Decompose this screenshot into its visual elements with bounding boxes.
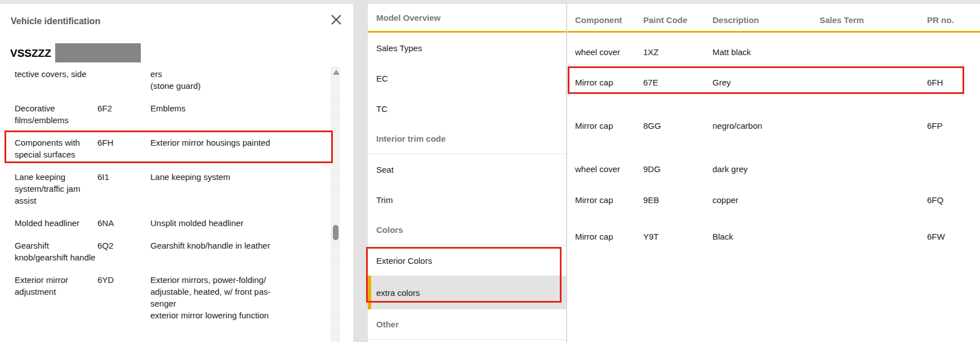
- cell-paint-code: 8GG: [643, 120, 708, 132]
- equipment-row: Lane keeping system/traffic jam assist 6…: [0, 171, 329, 206]
- table-header-underline: [567, 31, 980, 33]
- equipment-description: Gearshift knob/handle in leather: [150, 240, 326, 251]
- equipment-row: tective covers, side ers (stone guard): [0, 68, 329, 92]
- table-row[interactable]: Mirror cap Y9T Black 6FW: [567, 231, 980, 243]
- cell-component: Mirror cap: [575, 76, 637, 88]
- nav-item-exterior-colors[interactable]: Exterior Colors: [368, 245, 566, 276]
- equipment-code: 6YD: [97, 274, 150, 286]
- equipment-description: Unsplit molded headliner: [150, 217, 326, 229]
- equipment-list: tective covers, side ers (stone guard) D…: [0, 68, 329, 332]
- cell-description: dark grey: [712, 163, 817, 175]
- nav-item-label: Seat: [376, 164, 394, 176]
- scrollbar-track[interactable]: [331, 66, 340, 342]
- cell-description: copper: [712, 194, 817, 206]
- equipment-code: 6FH: [97, 137, 150, 148]
- nav-item-tc[interactable]: TC: [368, 93, 566, 124]
- cell-component: Mirror cap: [575, 231, 637, 242]
- cell-component: wheel cover: [575, 46, 637, 58]
- cell-description: Matt black: [712, 46, 817, 58]
- equipment-row: Molded headliner 6NA Unsplit molded head…: [0, 217, 329, 229]
- nav-item-other: Other: [368, 309, 566, 340]
- panel-gap-band: [353, 4, 368, 342]
- vin-redaction-box: [55, 43, 141, 62]
- cell-pr-no: 6FW: [927, 231, 978, 242]
- equipment-description: Exterior mirrors, power-folding/ adjusta…: [150, 274, 326, 321]
- equipment-name: Exterior mirror adjustment: [15, 274, 97, 298]
- equipment-row: Exterior mirror adjustment 6YD Exterior …: [0, 274, 329, 321]
- equipment-description: Lane keeping system: [150, 171, 326, 183]
- equipment-name: Components with special surfaces: [15, 137, 97, 160]
- equipment-code: 6I1: [97, 171, 150, 183]
- cell-pr-no: 6FP: [927, 120, 978, 132]
- column-header-sales-term: Sales Term: [819, 14, 924, 26]
- page-top-strip: [0, 0, 980, 4]
- equipment-row: Components with special surfaces 6FH Ext…: [0, 137, 329, 160]
- equipment-name: Gearshift knob/gearshift handle: [15, 240, 97, 263]
- equipment-name: tective covers, side: [15, 68, 97, 80]
- paint-code-table: Component Paint Code Description Sales T…: [567, 4, 980, 342]
- nav-item-label: extra colors: [376, 287, 420, 299]
- table-row[interactable]: Mirror cap 67E Grey 6FH: [567, 76, 980, 89]
- equipment-description: Exterior mirror housings painted: [150, 137, 326, 148]
- nav-item-interior-trim-code: Interior trim code: [368, 124, 566, 154]
- equipment-name: Lane keeping system/traffic jam assist: [15, 171, 97, 206]
- nav-item-label: TC: [376, 103, 387, 115]
- vehicle-identification-screen: Vehicle identification VSSZZZ tective co…: [0, 0, 980, 342]
- cell-component: Mirror cap: [575, 194, 637, 206]
- cell-description: Grey: [712, 76, 817, 88]
- nav-item-label: Other: [376, 318, 399, 330]
- cell-description: Black: [712, 231, 817, 242]
- nav-item-sales-types[interactable]: Sales Types: [368, 33, 566, 63]
- column-header-description: Description: [712, 14, 817, 26]
- nav-item-extra-colors[interactable]: extra colors: [368, 276, 566, 309]
- nav-item-label: Colors: [376, 224, 403, 236]
- cell-component: Mirror cap: [575, 120, 637, 132]
- nav-item-label: Model Overview: [376, 12, 440, 24]
- nav-item-label: EC: [376, 73, 388, 84]
- cell-paint-code: 9EB: [643, 194, 708, 206]
- scrollbar-thumb[interactable]: [333, 225, 338, 240]
- close-icon: [331, 14, 342, 25]
- equipment-row: Gearshift knob/gearshift handle 6Q2 Gear…: [0, 240, 329, 263]
- equipment-code: 6F2: [97, 102, 150, 114]
- nav-item-label: Trim: [376, 194, 393, 206]
- equipment-code: 6NA: [97, 217, 150, 229]
- table-row[interactable]: Mirror cap 9EB copper 6FQ: [567, 194, 980, 206]
- cell-paint-code: 1XZ: [643, 46, 708, 58]
- nav-item-label: Sales Types: [376, 42, 422, 54]
- panel-title: Vehicle identification: [11, 15, 100, 27]
- equipment-code: 6Q2: [97, 240, 150, 251]
- equipment-name: Decorative films/emblems: [15, 102, 97, 126]
- vin-number: VSSZZZ: [10, 46, 51, 61]
- nav-item-colors: Colors: [368, 215, 566, 245]
- cell-description: negro/carbon: [712, 120, 817, 132]
- equipment-description: ers (stone guard): [150, 68, 326, 92]
- cell-pr-no: 6FQ: [927, 194, 978, 206]
- column-header-component: Component: [575, 14, 637, 26]
- nav-item-ec[interactable]: EC: [368, 63, 566, 93]
- cell-component: wheel cover: [575, 163, 637, 175]
- cell-paint-code: Y9T: [643, 231, 708, 242]
- cell-paint-code: 67E: [643, 76, 708, 88]
- equipment-name: Molded headliner: [15, 217, 97, 229]
- equipment-description: Emblems: [150, 102, 326, 114]
- cell-paint-code: 9DG: [643, 163, 708, 175]
- nav-item-seat[interactable]: Seat: [368, 154, 566, 184]
- scrollbar-up-arrow-icon[interactable]: [333, 70, 340, 75]
- nav-item-trim[interactable]: Trim: [368, 184, 566, 215]
- column-header-pr-no: PR no.: [927, 14, 978, 26]
- table-row[interactable]: wheel cover 1XZ Matt black: [567, 46, 980, 58]
- close-button[interactable]: [329, 12, 344, 27]
- equipment-row: Decorative films/emblems 6F2 Emblems: [0, 102, 329, 126]
- nav-item-model-overview: Model Overview: [368, 4, 566, 33]
- cell-pr-no: 6FH: [927, 76, 978, 88]
- category-nav: Model Overview Sales Types EC TC Interio…: [368, 4, 566, 340]
- nav-item-label: Exterior Colors: [376, 255, 432, 267]
- table-row[interactable]: Mirror cap 8GG negro/carbon 6FP: [567, 120, 980, 132]
- column-header-paint-code: Paint Code: [643, 14, 708, 26]
- table-row[interactable]: wheel cover 9DG dark grey: [567, 163, 980, 176]
- nav-item-label: Interior trim code: [376, 133, 446, 145]
